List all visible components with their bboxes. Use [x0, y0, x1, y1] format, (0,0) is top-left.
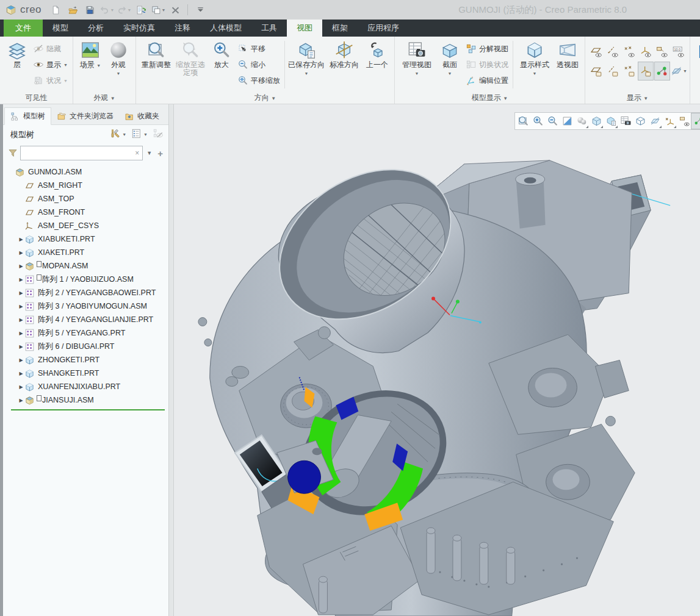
axis-tag-display-button[interactable]	[605, 62, 621, 81]
pan-button[interactable]: 平移	[236, 41, 282, 57]
sections-button[interactable]	[648, 113, 662, 129]
refit-button[interactable]: 重新调整	[139, 38, 173, 69]
edit-position-button[interactable]: z4编辑位置	[464, 73, 510, 88]
expand-arrow-icon[interactable]: ▶	[18, 331, 24, 336]
view-outline-button[interactable]	[633, 113, 648, 129]
zoom-in-button[interactable]	[530, 113, 545, 129]
expand-arrow-icon[interactable]: ▶	[18, 371, 24, 376]
tab-ribbon-3[interactable]: 实时仿真	[114, 20, 165, 37]
tree-search-input[interactable]	[21, 148, 132, 159]
activate-button[interactable]: 激活	[693, 38, 700, 69]
show-button[interactable]: 显示▼	[31, 57, 70, 73]
panel-tab-folder-browser[interactable]: 文件夹浏览器	[51, 108, 119, 124]
zoom-to-selected-button[interactable]: 缩放至选定项	[173, 38, 207, 77]
tree-item-xuanfenjixiabu-prt[interactable]: ▶XUANFENJIXIABU.PRT	[3, 380, 168, 393]
view-manager-button[interactable]	[618, 113, 633, 129]
tree-tools-button[interactable]: ▼	[110, 128, 126, 141]
clear-search-icon[interactable]: ×	[132, 149, 142, 157]
status-button[interactable]: 状况▼	[31, 73, 70, 88]
tab-ribbon-9[interactable]: 应用程序	[358, 20, 409, 37]
tree-settings-button[interactable]: ▼	[131, 128, 148, 141]
zoom-in-button[interactable]: 放大	[207, 38, 236, 69]
panel-tab-model-tree[interactable]: 模型树	[4, 107, 51, 125]
tree-item-xiaketi-prt[interactable]: ▶XIAKETI.PRT	[3, 246, 168, 259]
new-file-button[interactable]	[48, 2, 63, 17]
expand-arrow-icon[interactable]: ▶	[18, 317, 24, 323]
search-options-dropdown[interactable]: ▼	[145, 150, 153, 156]
dimension-display-button[interactable]: 10.0	[671, 42, 687, 61]
expand-arrow-icon[interactable]: ▶	[18, 344, 24, 349]
tree-item--1-yaobijizuo-asm[interactable]: ▶阵列 1 / YAOBIJIZUO.ASM	[3, 273, 168, 286]
tab-ribbon-7[interactable]: 视图	[287, 20, 322, 37]
graphics-viewport[interactable]	[174, 104, 700, 616]
toolbar-options-button[interactable]	[192, 2, 208, 17]
layers-button[interactable]: 层	[3, 38, 31, 69]
tab-ribbon-6[interactable]: 工具	[251, 20, 287, 37]
save-button[interactable]	[82, 2, 98, 17]
pan-zoom-button[interactable]: 平移缩放	[236, 73, 282, 88]
tree-item-asm-front[interactable]: ASM_FRONT	[3, 206, 168, 219]
zoom-out-button[interactable]	[545, 113, 560, 129]
tab-ribbon-4[interactable]: 注释	[165, 20, 200, 37]
saved-orientations-button[interactable]	[604, 113, 618, 129]
tree-item--2-yeyagangbaowei-prt[interactable]: ▶阵列 2 / YEYAGANGBAOWEI.PRT	[3, 286, 168, 299]
panel-splitter[interactable]	[168, 104, 174, 616]
close-window-button[interactable]	[167, 2, 183, 17]
tree-item-asm-def-csys[interactable]: ASM_DEF_CSYS	[3, 219, 168, 232]
plane-display-button[interactable]	[588, 42, 604, 61]
point-display-button[interactable]	[621, 42, 637, 61]
add-filter-button[interactable]: +	[156, 148, 165, 159]
expand-arrow-icon[interactable]: ▶	[18, 250, 24, 256]
expand-arrow-icon[interactable]: ▶	[18, 384, 24, 390]
display-style-button[interactable]	[589, 113, 604, 129]
appearance-button[interactable]: 外观▼	[104, 38, 132, 77]
panel-tab-favorites[interactable]: 收藏夹	[119, 108, 165, 124]
tree-item-mopan-asm[interactable]: ▶MOPAN.ASM	[3, 259, 168, 273]
regenerate-button[interactable]	[133, 2, 149, 17]
tab-ribbon-1[interactable]: 模型	[43, 20, 78, 37]
expand-arrow-icon[interactable]: ▶	[18, 304, 24, 309]
sections-button[interactable]: 截面▼	[436, 38, 464, 77]
tab-ribbon-5[interactable]: 人体模型	[200, 20, 251, 37]
tab-ribbon-2[interactable]: 分析	[78, 20, 114, 37]
csys-tag-display-button[interactable]	[638, 62, 654, 81]
plane-tag-display-button[interactable]	[588, 62, 604, 81]
repaint-button[interactable]	[560, 113, 574, 129]
tree-item--3-yaobiyumogun-asm[interactable]: ▶阵列 3 / YAOBIYUMOGUN.ASM	[3, 299, 168, 313]
section-display-button[interactable]: ▼	[671, 62, 687, 81]
expand-arrow-icon[interactable]: ▶	[18, 277, 24, 282]
tree-item-jiansuji-asm[interactable]: ▶JIANSUJI.ASM	[3, 393, 168, 407]
expand-arrow-icon[interactable]: ▶	[18, 398, 24, 403]
zoom-out-button[interactable]: 缩小	[236, 57, 282, 73]
tab-ribbon-8[interactable]: 框架	[322, 20, 358, 37]
undo-button[interactable]: ▼	[99, 2, 115, 17]
refit-button[interactable]	[516, 113, 530, 129]
previous-view-button[interactable]: 上一个	[363, 38, 391, 69]
hide-button[interactable]: 隐藏	[31, 41, 70, 57]
scene-button[interactable]: 场景 ▼	[76, 38, 104, 70]
standard-orientation-button[interactable]: 标准方向	[325, 38, 363, 69]
open-file-button[interactable]	[65, 2, 81, 17]
point-symbol-display-button[interactable]	[654, 62, 670, 81]
tree-filter-hide-button[interactable]	[153, 128, 164, 141]
tab-file-0[interactable]: 文件	[4, 20, 43, 37]
point-tag-display-button[interactable]	[621, 62, 637, 81]
expand-arrow-icon[interactable]: ▶	[18, 263, 24, 269]
insert-here-indicator[interactable]	[11, 409, 165, 410]
tree-item--5-yeyagang-prt[interactable]: ▶阵列 5 / YEYAGANG.PRT	[3, 326, 168, 340]
display-style-button[interactable]: 显示样式▼	[516, 38, 554, 77]
exploded-view-button[interactable]: 分解视图	[464, 41, 510, 57]
tree-item-asm-top[interactable]: ASM_TOP	[3, 192, 168, 206]
model-gunmoji-asm[interactable]	[174, 104, 700, 616]
tree-item-asm-right[interactable]: ASM_RIGHT	[3, 179, 168, 192]
expand-arrow-icon[interactable]: ▶	[18, 357, 24, 363]
tree-item-shangketi-prt[interactable]: ▶SHANGKETI.PRT	[3, 367, 168, 380]
manage-views-button[interactable]: 管理视图▼	[398, 38, 436, 77]
tree-item-zhongketi-prt[interactable]: ▶ZHONGKETI.PRT	[3, 353, 168, 367]
shading-style-button[interactable]	[574, 113, 589, 129]
csys-display-button[interactable]	[638, 42, 654, 61]
window-switch-button[interactable]: ▼	[150, 2, 166, 17]
redo-button[interactable]: ▼	[116, 2, 132, 17]
expand-arrow-icon[interactable]: ▶	[18, 237, 24, 242]
spin-center-button[interactable]	[691, 113, 700, 129]
